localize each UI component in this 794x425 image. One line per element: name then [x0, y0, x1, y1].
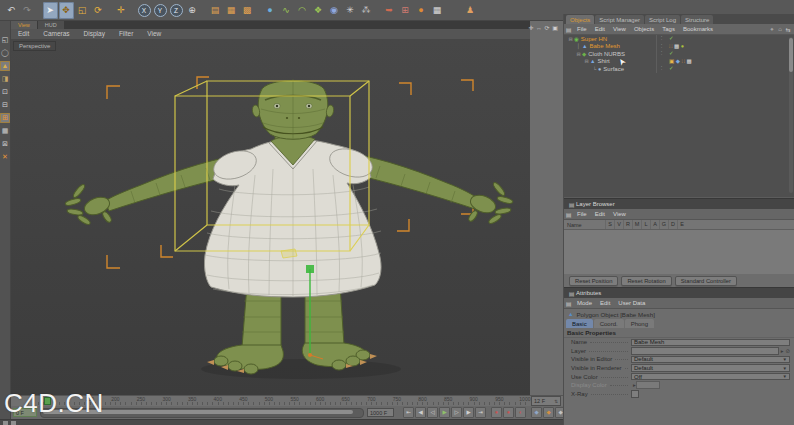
layer-pick-icon[interactable]: ▸ [781, 348, 784, 354]
next-frame-button[interactable]: ▷ [451, 407, 462, 418]
highlight-tag-icon[interactable]: ▣ [669, 58, 674, 66]
record-options-button[interactable]: ◐ [515, 407, 526, 418]
rotate-tool-icon[interactable]: ⟳ [91, 2, 106, 19]
layout-icon[interactable]: ▦ [430, 2, 445, 19]
standard-controller-button[interactable]: Standard Controller [675, 276, 737, 286]
spreadsheet-icon[interactable]: ⊞ [398, 2, 413, 19]
zoom-view-icon[interactable]: ↔ [535, 24, 543, 32]
object-label[interactable]: Babe Mesh [589, 43, 619, 49]
redo-icon[interactable]: ↷ [20, 2, 35, 19]
cloth-tag-icon[interactable]: ◆ [676, 58, 680, 66]
lb-menu-edit[interactable]: Edit [591, 209, 609, 219]
home-icon[interactable]: ⌂ [776, 26, 784, 33]
tab-script-log[interactable]: Script Log [645, 15, 680, 24]
materials-menu-icon[interactable] [11, 421, 16, 425]
om-menu-tags[interactable]: Tags [658, 24, 679, 34]
add-primitive-icon[interactable]: ● [263, 2, 278, 19]
toolbar-icon[interactable] [36, 2, 42, 19]
use-color-dropdown[interactable]: Off▼ [631, 373, 790, 381]
tab-basic[interactable]: Basic [566, 319, 593, 328]
selection-mask-icon[interactable]: ⊠ [0, 139, 10, 149]
play-button[interactable]: ▶ [439, 407, 450, 418]
search-icon[interactable]: ⌖ [768, 26, 776, 33]
reset-position-button[interactable]: Reset Position [569, 276, 618, 286]
x-axis-lock-icon[interactable]: X [138, 4, 151, 17]
texture-tag-icon[interactable]: ▩ [686, 58, 691, 66]
expand-icon[interactable]: ⊟ [575, 51, 582, 57]
enabled-check-icon[interactable]: ✓ [669, 50, 674, 58]
visible-editor-dropdown[interactable]: Default▼ [631, 356, 790, 364]
object-label[interactable]: Cloth NURBS [588, 51, 625, 57]
tab-structure[interactable]: Structure [681, 15, 713, 24]
texture-mode-icon[interactable]: ◨ [0, 74, 10, 84]
make-editable-icon[interactable]: ◱ [0, 35, 10, 45]
vp-menu-view[interactable]: View [140, 29, 168, 39]
edges-mode-icon[interactable]: ⊟ [0, 100, 10, 110]
coord-system-icon[interactable]: ⊕ [185, 2, 200, 19]
tree-row-cloth-nurbs[interactable]: ⊟ ◆ Cloth NURBS ⁚ ✓ [564, 50, 794, 58]
autokey-button[interactable]: ● [503, 407, 514, 418]
render-view-icon[interactable]: ▤ [208, 2, 223, 19]
z-axis-lock-icon[interactable]: Z [170, 4, 183, 17]
tree-row-shirt[interactable]: ⊟ ▲ Shirt ▣◆∷▩ [564, 58, 794, 66]
visibility-dots-icon[interactable]: ⁚ [656, 35, 666, 43]
toolbar-icon[interactable] [256, 2, 262, 19]
undo-icon[interactable]: ↶ [4, 2, 19, 19]
om-menu-view[interactable]: View [609, 24, 630, 34]
material-tag-icon[interactable]: ● [681, 43, 684, 51]
scale-tool-icon[interactable]: ◱ [75, 2, 90, 19]
visible-renderer-dropdown[interactable]: Default▼ [631, 364, 790, 372]
tab-objects[interactable]: Objects [566, 15, 594, 24]
attr-menu-edit[interactable]: Edit [596, 298, 614, 308]
object-label[interactable]: Super HN [581, 36, 607, 42]
visibility-dots-icon[interactable] [656, 58, 666, 66]
layer-field[interactable] [631, 347, 779, 355]
key-tool-icon[interactable]: ➥ [382, 2, 397, 19]
toggle-view-icon[interactable]: ▣ [551, 24, 559, 32]
add-nurbs-icon[interactable]: ◠ [295, 2, 310, 19]
tree-row-super-hn[interactable]: ⊟ ◉ Super HN ⁚ ✓ [564, 35, 794, 43]
tab-coord[interactable]: Coord. [594, 319, 624, 328]
om-menu-bookmarks[interactable]: Bookmarks [679, 24, 717, 34]
attr-menu-userdata[interactable]: User Data [614, 298, 649, 308]
materials-icon[interactable] [3, 421, 8, 425]
add-spline-icon[interactable]: ∿ [279, 2, 294, 19]
polygons-mode-icon[interactable]: ⊞ [0, 113, 10, 123]
spinner-icon[interactable]: ⇅ [554, 397, 558, 405]
vp-menu-filter[interactable]: Filter [112, 29, 140, 39]
viewport-canvas[interactable]: Perspective [11, 39, 530, 395]
pan-view-icon[interactable]: ✛ [527, 24, 535, 32]
lb-menu-view[interactable]: View [609, 209, 630, 219]
camera-label[interactable]: Perspective [13, 41, 56, 51]
visibility-dots-icon[interactable]: ⁚ [656, 43, 666, 51]
reset-rotation-button[interactable]: Reset Rotation [621, 276, 671, 286]
record-scale-toggle[interactable]: ◆ [543, 407, 554, 418]
enabled-check-icon[interactable]: ✓ [669, 65, 674, 73]
snap-settings-icon[interactable]: ✕ [0, 152, 10, 162]
toolbar-icon[interactable] [446, 2, 462, 19]
rotate-view-icon[interactable]: ⟳ [543, 24, 551, 32]
vp-menu-display[interactable]: Display [77, 29, 112, 39]
end-frame-field[interactable]: 1000 F [367, 408, 394, 417]
visibility-dots-icon[interactable]: ⁚ [656, 50, 666, 58]
toolbar-icon[interactable] [201, 2, 207, 19]
name-field[interactable]: Babe Mesh [631, 339, 790, 347]
scrollbar-thumb[interactable] [789, 38, 793, 72]
toolbar-icon[interactable] [130, 2, 136, 19]
current-frame-field[interactable]: 12 F ⇅ [531, 396, 561, 406]
vp-menu-edit[interactable]: Edit [11, 29, 36, 39]
character-icon[interactable]: ♟ [463, 2, 478, 19]
tab-phong[interactable]: Phong [625, 319, 654, 328]
tree-row-surface[interactable]: └ ● Surface ⁚ ✓ [564, 65, 794, 73]
texture-tag-icon[interactable]: ▩ [674, 43, 679, 51]
y-axis-lock-icon[interactable]: Y [154, 4, 167, 17]
goto-start-button[interactable]: ⇤ [403, 407, 414, 418]
goto-end-button[interactable]: ⇥ [475, 407, 486, 418]
om-menu-file[interactable]: File [573, 24, 591, 34]
last-tool-icon[interactable]: ✛ [114, 2, 129, 19]
attr-menu-mode[interactable]: Mode [573, 298, 596, 308]
add-instance-icon[interactable]: ✳ [343, 2, 358, 19]
record-keyframe-button[interactable]: ● [491, 407, 502, 418]
render-settings-icon[interactable]: ▩ [240, 2, 255, 19]
expand-icon[interactable]: ⊟ [583, 58, 590, 64]
